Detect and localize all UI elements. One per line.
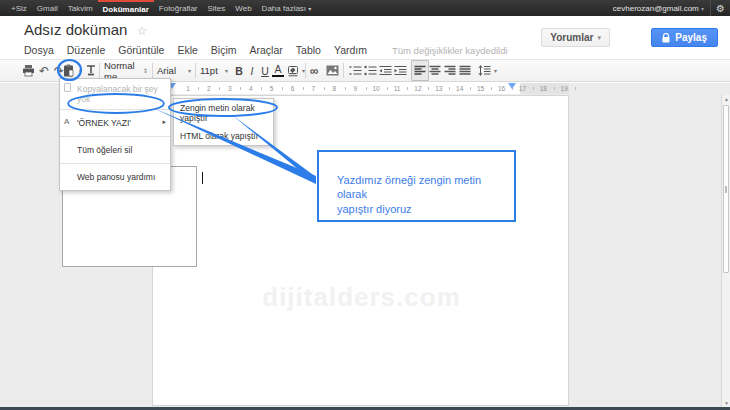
bold-label: B [233,65,245,77]
numbered-list-button[interactable] [349,60,362,81]
menu-item-ornek-yazi[interactable]: A 'ÖRNEK YAZI' ▸ [60,110,170,136]
font-size-select[interactable]: 11pt ▾ [200,60,228,81]
menu-item-nothing-to-copy: Kopyalanacak bir şey yok [60,79,170,109]
ruler-tick [533,87,534,90]
menu-item-paste-html[interactable]: HTML olarak yapıştır [174,127,273,145]
align-center-button[interactable] [429,60,441,81]
scrollbar-grip [725,186,727,193]
ruler-number: 10 [372,85,379,92]
align-left-button[interactable] [411,60,429,81]
line-spacing-button[interactable]: ▾ [478,60,497,81]
menu-item-label: Web panosu yardımı [77,172,155,182]
web-clipboard-menu: Kopyalanacak bir şey yok A 'ÖRNEK YAZI' … [59,78,171,191]
right-indent-marker[interactable] [508,83,516,89]
highlight-color-button[interactable]: ▾ [287,60,305,81]
star-icon[interactable]: ☆ [137,24,148,38]
ruler-tick [282,87,283,90]
menu-insert[interactable]: Ekle [177,44,197,56]
scrollbar-down-arrow[interactable]: ▼ [723,400,730,406]
menu-view[interactable]: Görüntüle [118,44,164,56]
link-icon: ∞ [310,64,319,78]
toolbar-separator [99,63,100,78]
menu-item-paste-rich-text[interactable]: Zengin metin olarak yapıştır [174,99,273,127]
submenu-arrow-icon: ▸ [162,118,166,126]
toolbar-separator [152,63,153,78]
bulleted-list-button[interactable] [364,60,377,81]
line-spacing-icon [478,65,491,76]
ruler-number: 2 [207,85,211,92]
ruler-tick [261,87,262,90]
annotation-line2: yapıştır diyoruz [337,202,514,216]
chevron-down-icon: ▾ [308,5,311,12]
decrease-indent-icon [379,65,392,76]
print-button[interactable] [22,60,35,81]
ruler-tick [554,87,555,90]
ruler-number: 9 [353,85,357,92]
ruler-tick [491,87,492,90]
menu-format[interactable]: Biçim [211,44,237,56]
share-button[interactable]: Paylaş [651,28,718,47]
link-plus-you[interactable]: +Siz [6,0,32,16]
menu-file[interactable]: Dosya [24,44,54,56]
menu-item-clipboard-help[interactable]: Web panosu yardımı [60,164,170,190]
settings-gear-button[interactable]: ⚙ [710,0,730,16]
google-services-links: +Siz Gmail Takvim Dokümanlar Fotoğraflar… [0,0,316,16]
ruler-tick [219,87,220,90]
menu-table[interactable]: Tablo [296,44,321,56]
text-cursor [202,172,203,184]
link-documents-active[interactable]: Dokümanlar [98,0,154,16]
link-sites[interactable]: Sites [203,0,231,16]
menu-item-label: Tüm öğeleri sil [77,145,132,155]
italic-button[interactable]: I [246,60,258,81]
ruler-number: 4 [249,85,253,92]
ruler-tick [324,87,325,90]
ruler-number: 1 [186,85,190,92]
align-justify-button[interactable] [459,60,471,81]
bold-button[interactable]: B [233,60,245,81]
link-more[interactable]: Daha fazlası ▾ [257,0,317,16]
link-web[interactable]: Web [230,0,256,16]
ruler-tick [407,87,408,90]
text-color-button[interactable]: A [272,60,284,81]
text-item-icon: A [64,117,69,126]
insert-link-button[interactable]: ∞ [310,60,319,81]
scrollbar-thumb[interactable] [723,105,729,273]
vertical-scrollbar[interactable]: ▲ ▼ [721,95,730,407]
undo-icon: ↶ [39,64,49,78]
highlight-icon [287,65,299,77]
link-calendar[interactable]: Takvim [63,0,98,16]
document-title[interactable]: Adsız doküman [24,21,127,38]
account-email: cevherozan@gmail.com [613,4,699,13]
ruler-tick [198,87,199,90]
lock-icon [662,33,670,43]
ruler-number: 5 [270,85,274,92]
link-gmail[interactable]: Gmail [32,0,63,16]
align-right-button[interactable] [444,60,456,81]
chevron-down-icon: ▾ [188,67,191,74]
ruler-tick [366,87,367,90]
ruler-tick [345,87,346,90]
account-email-menu[interactable]: cevherozan@gmail.com ▾ [607,4,710,13]
undo-button[interactable]: ↶ [39,60,49,81]
ruler-number: 3 [228,85,232,92]
ruler-number: 15 [477,85,484,92]
paint-format-icon [85,64,97,77]
increase-indent-button[interactable] [394,60,407,81]
menu-edit[interactable]: Düzenle [67,44,106,56]
comments-button[interactable]: Yorumlar ▾ [541,28,610,47]
menu-help[interactable]: Yardım [334,44,367,56]
ruler-tick [470,87,471,90]
ruler-tick [387,87,388,90]
link-photos[interactable]: Fotoğraflar [154,0,203,16]
menu-tools[interactable]: Araçlar [250,44,283,56]
ruler-number: 11 [394,85,401,92]
clipboard-icon [63,64,74,77]
scrollbar-up-arrow[interactable]: ▲ [723,96,730,102]
numbered-list-icon [349,65,362,76]
italic-label: I [246,65,258,77]
ruler-number: 14 [456,85,463,92]
underline-button[interactable]: U [259,60,271,81]
insert-image-button[interactable] [326,60,339,81]
decrease-indent-button[interactable] [379,60,392,81]
menu-item-clear-all[interactable]: Tüm öğeleri sil [60,137,170,163]
